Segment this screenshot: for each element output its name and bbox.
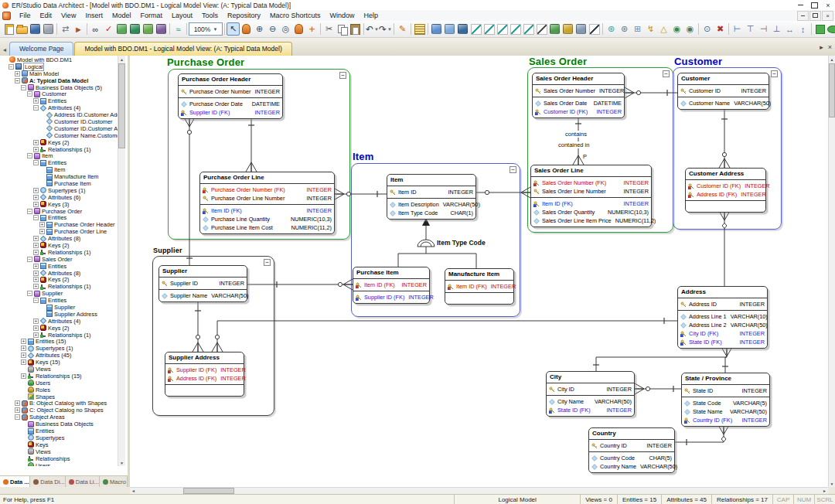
entity-poh[interactable]: Purchase Order HeaderPurchase Order Numb… [178,73,283,119]
vscroll-thumb[interactable] [829,63,835,117]
tree-item-keys-2[interactable]: +Keys (2) [0,277,121,284]
distribute-horizontal-icon[interactable]: ↔ [783,22,796,36]
tree-item-logical[interactable]: −Logical [0,63,121,70]
navigator-tool[interactable]: + [305,22,319,36]
expand-icon[interactable]: + [39,229,45,234]
tree-item-relationships-1[interactable]: +Relationships (1) [0,332,121,339]
collapse-icon[interactable]: − [15,414,20,420]
tree-item-keys-3[interactable]: +Keys (3) [0,201,121,208]
tree-item-entities-15[interactable]: +Entities (15) [0,339,121,346]
entity-address[interactable]: AddressAddress IDINTEGERAddress Line 1VA… [677,286,768,349]
zoom-in-tool[interactable]: ⊕ [253,22,266,36]
auto-layout-icon[interactable]: ⊛ [618,22,631,36]
clock-icon[interactable]: ⊙ [700,22,714,36]
entity-mitem[interactable]: Manufacture ItemItem ID (FK)INTEGER [445,268,514,305]
diagram-canvas[interactable]: Purchase Order−Sales Order−Customer−Item… [132,56,828,487]
chevron-down-icon[interactable]: ▼ [213,27,217,32]
relationship-line[interactable] [246,117,257,172]
relationship-line[interactable] [675,425,729,445]
tree-item-attributes-4[interactable]: +Attributes (4) [0,318,121,325]
menu-repository[interactable]: Repository [223,10,265,21]
overview-window-icon[interactable] [413,22,426,36]
scroll-left-icon[interactable]: ◄ [130,488,137,494]
expand-icon[interactable]: + [21,373,26,379]
zoom-level-select[interactable]: 100%▼ [189,22,223,36]
expand-icon[interactable]: + [15,407,20,413]
entity-city[interactable]: CityCity IDINTEGERCity NameVARCHAR(50)St… [546,371,635,417]
relationship-line[interactable] [193,301,203,352]
collapse-icon[interactable]: − [33,215,39,220]
copy-icon[interactable] [336,22,349,36]
tree-item-supplier[interactable]: Supplier [0,304,121,311]
minimize-button[interactable] [793,1,807,10]
collapse-icon[interactable]: − [21,85,26,90]
collapse-icon[interactable]: − [33,298,39,303]
relationship-line[interactable] [719,211,730,286]
tree-item-purchase-order-line[interactable]: +Purchase Order Line [0,228,121,235]
collapse-icon[interactable]: − [33,160,39,165]
expand-icon[interactable]: + [33,188,39,193]
cut-icon[interactable]: ✂ [322,22,336,36]
tree-item-attributes-6[interactable]: +Attributes (6) [0,194,121,201]
tree-item-customer-id-customer[interactable]: Customer ID.Customer [0,118,121,125]
distribute-vertical-icon[interactable]: ↕ [796,22,809,36]
close-button[interactable]: × [821,1,835,10]
menu-layout[interactable]: Layout [167,10,197,21]
format-painter-icon[interactable]: ✎ [396,22,409,36]
expand-icon[interactable]: + [21,359,26,365]
schema-sync-icon[interactable]: ≈ [172,22,185,36]
tree-item-customer[interactable]: −Customer [0,90,121,97]
tree-item-shapes[interactable]: Shapes [0,393,121,400]
menu-window[interactable]: Window [325,10,360,21]
tree-item-supplier-address[interactable]: Supplier Address [0,311,121,318]
relationship-line[interactable] [719,108,730,168]
expand-icon[interactable]: + [33,202,39,207]
tree-item-keys-2[interactable]: +Keys (2) [0,242,121,249]
tree-item-purchase-order[interactable]: −Purchase Order [0,208,121,215]
tree-item-item[interactable]: −Item [0,152,121,159]
data-dictionary-icon[interactable] [155,22,168,36]
tab-close-icon[interactable]: × [828,43,832,51]
tree-item-keys-2[interactable]: +Keys (2) [0,139,121,146]
relationship-line[interactable] [476,187,530,198]
expand-icon[interactable]: + [15,400,20,406]
chevron-down-icon[interactable]: ▼ [387,27,392,32]
expand-icon[interactable]: + [33,264,39,269]
tree-item-customer-name-customer[interactable]: Customer Name.Customer [0,132,121,139]
tree-item-item[interactable]: Item [0,166,121,173]
entity-country[interactable]: CountryCountry IDINTEGERCountry CodeCHAR… [588,427,675,473]
scroll-up-icon[interactable]: ▲ [118,56,125,63]
tree-item-users[interactable]: Users [0,380,121,387]
globe-icon[interactable]: ◉ [683,22,697,36]
tree-item-purchase-order-header[interactable]: +Purchase Order Header [0,221,121,228]
expand-icon[interactable]: + [33,250,39,255]
relationship-line[interactable] [212,318,677,352]
tree-item-sales-order[interactable]: −Sales Order [0,256,121,263]
expand-icon[interactable]: + [33,236,39,241]
entity-supaddr[interactable]: Supplier AddressSupplier ID (FK)INTEGERA… [165,352,244,397]
tree-item-model-with-bdo-dm1[interactable]: Model with BDO.DM1 [0,56,121,63]
tree-scroll-thumb[interactable] [118,63,125,148]
tree-item-subject-areas[interactable]: −Subject Areas [0,414,121,421]
compare-merge-icon[interactable]: ⇄ [59,22,72,36]
relationship-line[interactable] [635,383,681,394]
tab-model-document[interactable]: Model with BDO.DM1 - Logical Model View:… [74,42,291,56]
tree-item-attributes-8[interactable]: +Attributes (8) [0,270,121,277]
scroll-down-icon[interactable]: ▼ [829,480,835,487]
canvas-horizontal-scrollbar[interactable]: ◄ ► [130,487,828,494]
expand-icon[interactable]: + [33,140,39,145]
collapse-icon[interactable]: − [27,91,32,97]
expand-icon[interactable]: + [33,277,39,282]
tree-item-relationships-1[interactable]: +Relationships (1) [0,283,121,290]
redo-button[interactable]: ↷▼ [379,22,392,36]
relationship-line[interactable] [247,279,353,290]
expand-icon[interactable]: + [21,352,26,358]
scroll-right-icon[interactable]: ► [821,488,828,494]
collapse-icon[interactable]: − [27,153,32,158]
relationship-line[interactable] [722,357,728,373]
tree-item-views[interactable]: Views [0,448,121,455]
tree-item-business-data-objects[interactable]: Business Data Objects [0,421,121,427]
rectangle-shape-tool[interactable] [813,22,826,36]
menu-format[interactable]: Format [135,10,167,21]
mdi-restore-button[interactable] [809,11,821,21]
